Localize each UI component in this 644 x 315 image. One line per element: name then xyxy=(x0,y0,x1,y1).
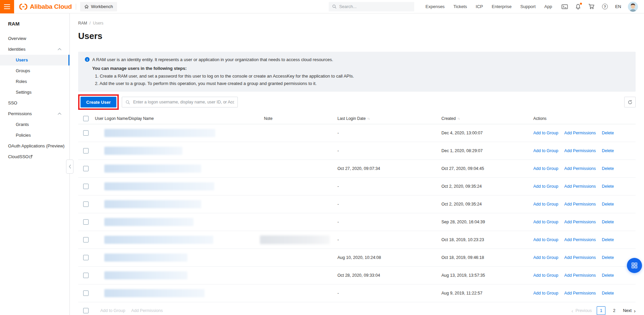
add-to-group-link[interactable]: Add to Group xyxy=(533,273,558,278)
create-user-button[interactable]: Create User xyxy=(80,97,116,107)
topnav-link-tickets[interactable]: Tickets xyxy=(453,4,467,9)
redacted-user-name[interactable] xyxy=(104,218,194,226)
delete-link[interactable]: Delete xyxy=(602,255,614,260)
pagination-page-1[interactable]: 1 xyxy=(597,306,605,315)
sidebar-item-identities[interactable]: Identities xyxy=(0,44,69,55)
row-checkbox[interactable] xyxy=(83,166,89,171)
delete-link[interactable]: Delete xyxy=(602,291,614,296)
add-to-group-link[interactable]: Add to Group xyxy=(533,184,558,189)
sidebar-collapse-button[interactable] xyxy=(66,160,73,174)
col-header-note: Note xyxy=(264,116,337,121)
add-permissions-link[interactable]: Add Permissions xyxy=(564,220,596,224)
alibaba-cloud-logo[interactable]: Alibaba Cloud xyxy=(19,3,72,10)
add-permissions-link[interactable]: Add Permissions xyxy=(564,237,596,242)
refresh-button[interactable] xyxy=(624,97,636,107)
add-to-group-link[interactable]: Add to Group xyxy=(533,202,558,207)
add-to-group-link[interactable]: Add to Group xyxy=(533,237,558,242)
add-permissions-link[interactable]: Add Permissions xyxy=(564,166,596,171)
add-permissions-link[interactable]: Add Permissions xyxy=(564,202,596,207)
sidebar-item-grants[interactable]: Grants xyxy=(0,119,69,130)
breadcrumb-ram[interactable]: RAM xyxy=(78,21,87,26)
add-permissions-link[interactable]: Add Permissions xyxy=(564,131,596,135)
info-banner: i A RAM user is an identity entity. It r… xyxy=(78,52,636,92)
pagination-next[interactable]: Next › xyxy=(623,308,636,313)
topnav-link-app[interactable]: App xyxy=(544,4,552,9)
delete-link[interactable]: Delete xyxy=(602,131,614,135)
redacted-user-name[interactable] xyxy=(104,182,214,190)
select-all-checkbox[interactable] xyxy=(83,116,89,121)
row-checkbox[interactable] xyxy=(83,130,89,136)
sidebar-item-users[interactable]: Users xyxy=(0,55,69,65)
col-header-last-login[interactable]: Last Login Date xyxy=(337,116,366,121)
row-checkbox[interactable] xyxy=(83,148,89,153)
add-permissions-link[interactable]: Add Permissions xyxy=(564,291,596,296)
language-selector[interactable]: EN xyxy=(615,4,621,9)
add-to-group-link[interactable]: Add to Group xyxy=(533,291,558,296)
row-checkbox[interactable] xyxy=(83,201,89,207)
user-search-input[interactable] xyxy=(133,100,234,104)
workbench-button[interactable]: Workbench xyxy=(80,2,117,11)
topnav-link-expenses[interactable]: Expenses xyxy=(426,4,445,9)
pagination-page-2[interactable]: 2 xyxy=(610,308,618,313)
delete-link[interactable]: Delete xyxy=(602,166,614,171)
redacted-user-name[interactable] xyxy=(104,289,205,297)
add-to-group-link[interactable]: Add to Group xyxy=(533,220,558,224)
sidebar-item-sso[interactable]: SSO xyxy=(0,98,69,108)
sidebar-item-settings[interactable]: Settings xyxy=(0,87,69,98)
row-checkbox[interactable] xyxy=(83,219,89,225)
redacted-user-name[interactable] xyxy=(104,129,215,137)
footer-select-all-checkbox[interactable] xyxy=(83,308,89,313)
user-search-box[interactable] xyxy=(122,97,238,107)
add-permissions-link[interactable]: Add Permissions xyxy=(564,255,596,260)
sort-icon[interactable]: ↑↓ xyxy=(458,117,460,120)
redacted-user-name[interactable] xyxy=(104,200,201,208)
delete-link[interactable]: Delete xyxy=(602,273,614,278)
row-checkbox[interactable] xyxy=(83,255,89,260)
delete-link[interactable]: Delete xyxy=(602,148,614,153)
sort-icon[interactable]: ↑↓ xyxy=(367,117,370,120)
floating-apps-button[interactable] xyxy=(627,258,642,273)
user-avatar[interactable] xyxy=(628,2,638,12)
add-to-group-link[interactable]: Add to Group xyxy=(533,166,558,171)
topnav-link-support[interactable]: Support xyxy=(520,4,536,9)
delete-link[interactable]: Delete xyxy=(602,237,614,242)
global-search-input[interactable] xyxy=(339,4,411,9)
row-checkbox[interactable] xyxy=(83,184,89,189)
hamburger-menu-button[interactable] xyxy=(0,0,14,13)
row-checkbox[interactable] xyxy=(83,273,89,278)
add-permissions-link[interactable]: Add Permissions xyxy=(564,273,596,278)
add-permissions-link[interactable]: Add Permissions xyxy=(564,148,596,153)
sidebar-item-overview[interactable]: Overview xyxy=(0,33,69,44)
sidebar-item-roles[interactable]: Roles xyxy=(0,76,69,87)
add-permissions-link[interactable]: Add Permissions xyxy=(564,184,596,189)
sidebar-item-groups[interactable]: Groups xyxy=(0,65,69,76)
console-terminal-icon[interactable] xyxy=(561,4,568,9)
cart-icon[interactable] xyxy=(588,4,595,9)
delete-link[interactable]: Delete xyxy=(602,184,614,189)
help-icon[interactable]: ? xyxy=(602,4,608,9)
cell-last-login: - xyxy=(337,291,441,296)
sidebar-item-cloudsso[interactable]: CloudSSO xyxy=(0,151,69,162)
col-header-created[interactable]: Created xyxy=(441,116,456,121)
add-to-group-link[interactable]: Add to Group xyxy=(533,131,558,135)
sidebar-item-oauth-applications-preview[interactable]: OAuth Applications (Preview) xyxy=(0,141,69,151)
redacted-user-name[interactable] xyxy=(104,271,187,279)
notifications-bell-icon[interactable] xyxy=(575,4,581,10)
topnav-link-enterprise[interactable]: Enterprise xyxy=(492,4,512,9)
add-to-group-link[interactable]: Add to Group xyxy=(533,255,558,260)
row-checkbox[interactable] xyxy=(83,290,89,296)
table-row: Oct 27, 2020, 09:07:34 Oct 27, 2020, 09:… xyxy=(78,160,636,178)
sidebar-item-policies[interactable]: Policies xyxy=(0,130,69,141)
search-icon xyxy=(125,100,130,105)
topnav-link-icp[interactable]: ICP xyxy=(476,4,483,9)
redacted-user-name[interactable] xyxy=(104,165,201,173)
row-checkbox[interactable] xyxy=(83,237,89,242)
delete-link[interactable]: Delete xyxy=(602,202,614,207)
redacted-user-name[interactable] xyxy=(104,236,213,244)
redacted-user-name[interactable] xyxy=(104,147,182,155)
add-to-group-link[interactable]: Add to Group xyxy=(533,148,558,153)
delete-link[interactable]: Delete xyxy=(602,220,614,224)
sidebar-item-permissions[interactable]: Permissions xyxy=(0,108,69,119)
global-search[interactable] xyxy=(329,2,414,11)
redacted-user-name[interactable] xyxy=(104,254,187,262)
